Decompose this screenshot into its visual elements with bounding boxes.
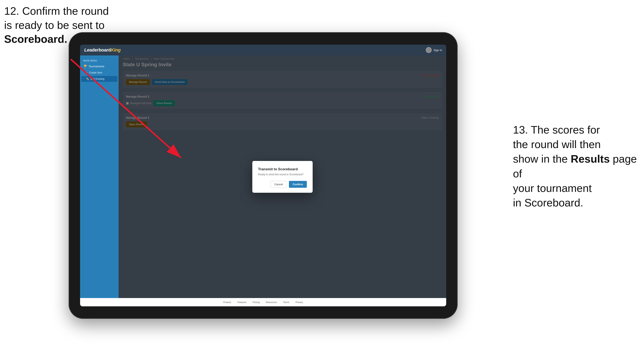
sidebar-item-tournaments[interactable]: 🏆 Tournaments xyxy=(80,63,118,70)
sidebar: MAIN MENU 🏆 Tournaments + Create New ✏️ … xyxy=(80,55,118,298)
tablet-device: LeaderboardKing Sign In MAIN MENU 🏆 Tour… xyxy=(69,32,458,319)
footer-features[interactable]: Features xyxy=(237,301,246,303)
footer-privacy[interactable]: Privacy xyxy=(296,301,303,303)
sidebar-item-edit-existing[interactable]: ✏️ Edit Existing xyxy=(81,76,117,82)
modal-title: Transmit to Scoreboard xyxy=(258,167,307,171)
footer-pricing[interactable]: Pricing xyxy=(253,301,260,303)
sidebar-create-new-label: Create New xyxy=(89,71,102,74)
sidebar-item-create-new[interactable]: + Create New xyxy=(80,70,118,76)
top-nav: LeaderboardKing Sign In xyxy=(80,45,446,55)
footer-product[interactable]: Product xyxy=(223,301,231,303)
modal-backdrop: Transmit to Scoreboard Ready to send thi… xyxy=(118,55,446,298)
trophy-icon: 🏆 xyxy=(84,65,87,68)
transmit-modal: Transmit to Scoreboard Ready to send thi… xyxy=(252,161,313,193)
sign-in-label[interactable]: Sign In xyxy=(434,49,442,52)
sidebar-edit-existing-label: Edit Existing xyxy=(91,77,104,80)
annotation-top-left: 12. Confirm the round is ready to be sen… xyxy=(4,4,109,46)
main-area: MAIN MENU 🏆 Tournaments + Create New ✏️ … xyxy=(80,55,446,298)
content-area: Home › Tournaments › State U Spring Invi… xyxy=(118,55,446,298)
modal-subtitle: Ready to send this round to Scoreboard? xyxy=(258,173,307,176)
sidebar-section-label: MAIN MENU xyxy=(80,58,118,63)
modal-confirm-button[interactable]: Confirm xyxy=(289,181,307,188)
edit-icon: ✏️ xyxy=(86,77,89,80)
plus-icon: + xyxy=(86,71,87,74)
annotation-bottom-right: 13. The scores for the round will then s… xyxy=(513,123,638,210)
footer: Product Features Pricing Resources Terms… xyxy=(80,298,446,306)
nav-right: Sign In xyxy=(426,47,442,53)
sidebar-tournaments-label: Tournaments xyxy=(88,65,104,68)
avatar xyxy=(426,47,432,53)
logo: LeaderboardKing xyxy=(84,47,121,53)
modal-cancel-button[interactable]: Cancel xyxy=(270,181,287,188)
tablet-screen: LeaderboardKing Sign In MAIN MENU 🏆 Tour… xyxy=(80,45,446,306)
footer-resources[interactable]: Resources xyxy=(266,301,277,303)
modal-actions: Cancel Confirm xyxy=(258,181,307,188)
footer-terms[interactable]: Terms xyxy=(283,301,289,303)
